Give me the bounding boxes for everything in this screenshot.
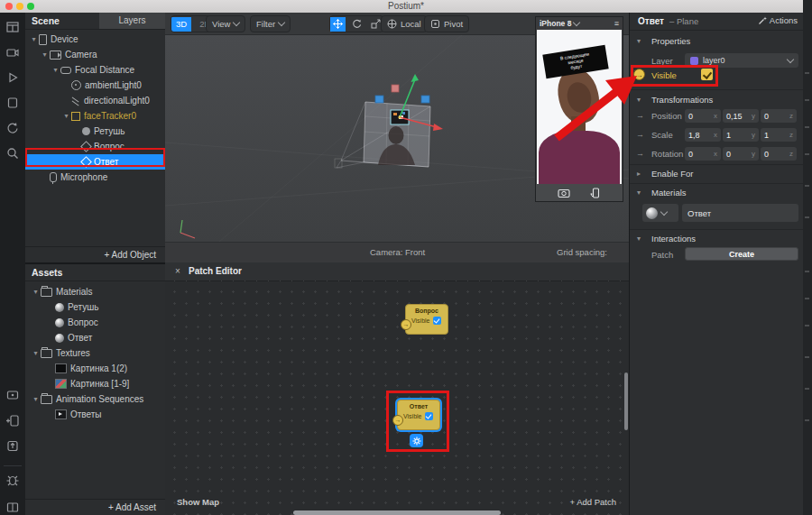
patch-vertical-scrollbar[interactable] (624, 372, 628, 430)
chevron-down-icon (660, 207, 668, 215)
assets-drawer-icon[interactable] (5, 388, 20, 402)
tab-layers[interactable]: Layers (99, 13, 165, 29)
patch-canvas[interactable]: → Вопрос Visible → Ответ Visible (165, 280, 629, 515)
connect-arrow-icon: → (636, 111, 644, 120)
position-z-field[interactable]: 0z (761, 109, 797, 123)
patch-input-port[interactable]: → (392, 415, 403, 426)
scene-item-microphone[interactable]: ▾Microphone (25, 170, 180, 185)
section-transformations[interactable]: ▾ Transformations (630, 94, 803, 107)
section-properties[interactable]: ▾ Properties (630, 35, 803, 49)
chevron-down-icon (233, 19, 240, 26)
patch-connected-badge: → (633, 69, 645, 80)
send-to-device-icon[interactable] (5, 413, 20, 428)
assets-panel-title: Assets (32, 267, 62, 278)
chevron-down-icon[interactable]: ▾ (40, 51, 50, 59)
filter-dropdown-label: Filter (256, 19, 275, 29)
mode-3d-button[interactable]: 3D (171, 17, 191, 32)
actions-button[interactable]: Actions (758, 15, 798, 25)
chevron-down-icon[interactable]: ▾ (31, 395, 41, 403)
add-patch-button[interactable]: + Add Patch (570, 497, 617, 507)
view-dropdown[interactable]: View (206, 15, 245, 32)
ar-text-banner: В следующем месяце будут (542, 45, 608, 79)
retouch-icon (82, 127, 90, 135)
scene-item-device[interactable]: ▾Device (25, 32, 169, 47)
restart-icon[interactable] (5, 121, 20, 135)
pivot-toggle-button[interactable]: Pivot (424, 15, 469, 32)
chevron-down-icon (278, 19, 285, 26)
section-interactions[interactable]: ▾ Interactions (630, 233, 803, 246)
assets-folder-materials[interactable]: ▾Materials (25, 284, 171, 299)
chevron-down-icon[interactable]: ▾ (51, 66, 60, 74)
scale-z-field[interactable]: 1z (761, 128, 797, 142)
device-select[interactable]: iPhone 8 (540, 19, 571, 28)
assets-item-otvet[interactable]: ▾Ответ (25, 330, 185, 345)
chevron-down-icon: ▾ (637, 37, 641, 45)
position-y-field[interactable]: 0,15y (723, 109, 759, 123)
assets-item-retouch[interactable]: ▾Ретушь (25, 299, 185, 315)
patch-settings-button[interactable] (410, 434, 423, 447)
selected-object-name: Ответ (638, 16, 664, 26)
section-enable-for[interactable]: ▸ Enable For (630, 168, 803, 181)
visible-checkbox[interactable] (701, 69, 713, 80)
patch-horizontal-scrollbar[interactable] (293, 510, 501, 515)
chevron-down-icon[interactable]: ▾ (61, 112, 71, 120)
create-patch-button[interactable]: Create (685, 247, 798, 261)
assets-item-kartinka19[interactable]: ▾Картинка [1-9] (25, 376, 185, 391)
rotate-tool-button[interactable] (349, 17, 364, 32)
rotation-y-field[interactable]: 0y (723, 147, 759, 161)
close-icon[interactable]: × (175, 266, 180, 276)
assets-item-otvety[interactable]: ▾Ответы (25, 407, 185, 422)
filter-dropdown[interactable]: Filter (250, 15, 291, 32)
ambient-light-icon (71, 80, 81, 90)
test-bug-icon[interactable] (5, 473, 20, 487)
material-name-field[interactable]: Ответ (682, 204, 798, 222)
show-map-button[interactable]: Show Map (177, 497, 219, 507)
assets-folder-textures[interactable]: ▾Textures (25, 345, 171, 361)
section-materials[interactable]: ▾ Materials (630, 187, 803, 200)
preview-person-shirt (539, 131, 620, 185)
rotation-x-field[interactable]: 0x (685, 147, 721, 161)
chevron-down-icon[interactable]: ▾ (31, 349, 41, 357)
scale-y-field[interactable]: 1y (723, 128, 759, 142)
patch-input-port[interactable]: → (401, 319, 411, 330)
face-tracker-icon (71, 112, 80, 121)
material-thumbnail-dropdown[interactable] (642, 204, 678, 222)
viewport-status-bar: Camera: Front Grid spacing: (165, 242, 629, 262)
docs-icon[interactable] (5, 500, 20, 514)
assets-folder-animation-sequences[interactable]: ▾Animation Sequences (25, 391, 171, 407)
camera-flip-icon[interactable] (558, 188, 570, 198)
device-frame-icon[interactable] (5, 96, 20, 110)
assets-item-kartinka1[interactable]: ▾Картинка 1(2) (25, 361, 185, 376)
video-camera-icon[interactable] (5, 45, 20, 60)
position-x-field[interactable]: 0x (685, 109, 721, 123)
add-object-button[interactable]: + Add Object (25, 246, 165, 262)
scale-x-field[interactable]: 1,8x (685, 128, 721, 142)
layer-dropdown[interactable]: layer0 (685, 53, 798, 68)
divider (630, 164, 803, 165)
simulator-menu-icon[interactable]: ≡ (614, 19, 619, 28)
patch-visible-checkbox[interactable] (433, 317, 441, 325)
add-asset-button[interactable]: + Add Asset (25, 499, 165, 515)
local-toggle-button[interactable]: Local (381, 15, 428, 32)
inspector-panel: Ответ – Plane Actions ▾ Properties Layer… (629, 13, 803, 515)
layer-value: layer0 (703, 56, 725, 65)
chevron-right-icon: ▸ (637, 170, 641, 178)
patch-visible-checkbox[interactable] (425, 412, 433, 420)
rotate-device-icon[interactable] (590, 188, 602, 198)
play-icon[interactable] (5, 70, 20, 85)
assets-item-vopros[interactable]: ▾Вопрос (25, 315, 185, 330)
viewport-layout-icon[interactable] (5, 20, 20, 34)
chevron-down-icon[interactable]: ▾ (31, 288, 41, 296)
search-icon[interactable] (5, 146, 20, 161)
scene-item-camera[interactable]: ▾Camera (25, 47, 180, 62)
move-tool-button[interactable] (330, 17, 346, 32)
assets-panel-header: Assets (25, 264, 165, 281)
patch-node-vopros[interactable]: → Вопрос Visible (405, 304, 448, 335)
rotation-z-field[interactable]: 0z (761, 147, 797, 161)
simulator-screen: В следующем месяце будут (537, 30, 622, 185)
patch-node-otvet[interactable]: → Ответ Visible (397, 400, 440, 430)
material-sphere-icon (646, 207, 658, 219)
chevron-down-icon[interactable]: ▾ (29, 35, 39, 43)
publish-icon[interactable] (5, 438, 20, 453)
section-title: Enable For (651, 169, 693, 179)
